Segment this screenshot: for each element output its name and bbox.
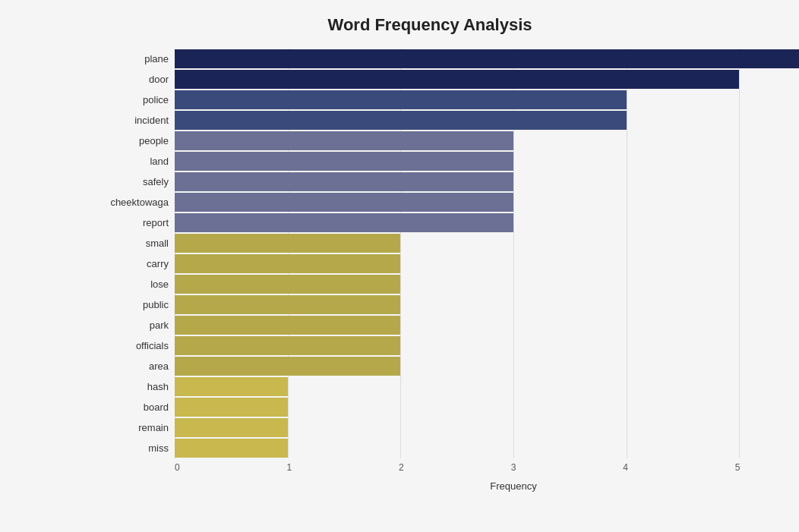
- bar-label: plane: [85, 53, 169, 65]
- bar: [175, 172, 513, 191]
- bar-row: area: [175, 356, 799, 376]
- bar: [175, 234, 400, 253]
- bar-label: park: [85, 320, 169, 331]
- x-tick: 4: [623, 462, 628, 477]
- bar-row: police: [175, 90, 799, 110]
- bar: [175, 254, 400, 273]
- bar: [175, 111, 627, 130]
- bar-label: carry: [85, 258, 169, 269]
- bar: [175, 152, 513, 171]
- bar-row: park: [175, 315, 799, 335]
- bar: [175, 70, 739, 89]
- bar-label: lose: [85, 279, 169, 290]
- bar-label: people: [85, 135, 169, 146]
- bar-label: public: [85, 299, 169, 310]
- bar-label: board: [85, 401, 169, 413]
- bar-row: report: [175, 212, 799, 233]
- bar-label: officials: [85, 340, 169, 351]
- bar-row: land: [175, 151, 799, 172]
- bar-label: cheektowaga: [85, 197, 169, 208]
- x-tick: 1: [287, 462, 292, 477]
- x-axis-label: Frequency: [175, 480, 799, 492]
- bar-row: people: [175, 131, 799, 151]
- chart-title: Word Frequency Analysis: [91, 15, 769, 35]
- bar: [175, 275, 400, 294]
- x-tick: 0: [175, 462, 180, 477]
- bar-row: board: [175, 397, 799, 417]
- bar-row: plane: [175, 49, 799, 69]
- bar: [175, 398, 288, 417]
- bar-label: door: [85, 74, 169, 85]
- bar: [175, 316, 400, 335]
- bar-row: remain: [175, 417, 799, 438]
- bar-row: carry: [175, 253, 799, 274]
- bar-row: cheektowaga: [175, 192, 799, 212]
- bar: [175, 193, 513, 212]
- bar: [175, 439, 288, 458]
- bar-row: lose: [175, 274, 799, 294]
- bar-row: officials: [175, 335, 799, 356]
- x-tick: 2: [399, 462, 404, 477]
- bar-row: door: [175, 69, 799, 90]
- bar-label: report: [85, 217, 169, 228]
- bar-row: safely: [175, 172, 799, 192]
- bar-label: hash: [85, 381, 169, 392]
- x-tick: 5: [735, 462, 741, 477]
- bar: [175, 295, 400, 314]
- x-tick: 3: [511, 462, 516, 477]
- bar-row: incident: [175, 110, 799, 131]
- bar: [175, 90, 627, 109]
- bar: [175, 357, 400, 376]
- bar-row: miss: [175, 438, 799, 458]
- bar-label: safely: [85, 176, 169, 187]
- bar: [175, 336, 400, 355]
- bar-label: small: [85, 238, 169, 249]
- bar-row: public: [175, 294, 799, 315]
- bar: [175, 131, 513, 150]
- bar-label: remain: [85, 422, 169, 433]
- bar: [175, 49, 799, 68]
- bar: [175, 213, 513, 232]
- bar-label: police: [85, 94, 169, 105]
- bar: [175, 418, 288, 437]
- bar-row: hash: [175, 376, 799, 397]
- bar: [175, 377, 288, 396]
- chart-container: Word Frequency Analysis planedoorpolicei…: [0, 0, 799, 532]
- bar-label: land: [85, 156, 169, 167]
- bar-label: incident: [85, 115, 169, 126]
- bar-row: small: [175, 233, 799, 253]
- bar-label: area: [85, 360, 169, 372]
- bar-label: miss: [85, 442, 169, 454]
